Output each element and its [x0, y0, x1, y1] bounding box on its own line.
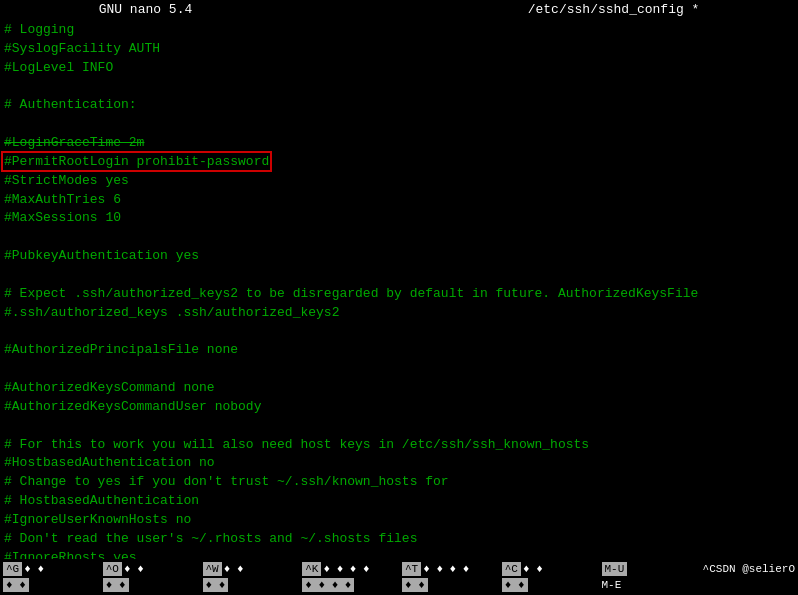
line-5: # Authentication: [4, 96, 794, 115]
line-13: #PubkeyAuthentication yes [4, 247, 794, 266]
label-k: ♦ ♦ ♦ ♦ [323, 563, 369, 575]
line-4 [4, 78, 794, 97]
label-me-right: ^CSDN @selierO [703, 563, 795, 575]
key2-5: ♦ ♦ [402, 578, 428, 592]
line-3: #LogLevel INFO [4, 59, 794, 78]
line-27: #IgnoreUserKnownHosts no [4, 511, 794, 530]
line-19 [4, 360, 794, 379]
line-10: #MaxAuthTries 6 [4, 191, 794, 210]
line-1: # Logging [4, 21, 794, 40]
label2-me: M-E [602, 579, 622, 591]
line-9: #StrictModes yes [4, 172, 794, 191]
key-o: ^O [103, 562, 122, 576]
shortcut2-5: ♦ ♦ [399, 577, 499, 593]
terminal: GNU nano 5.4 /etc/ssh/sshd_config * # Lo… [0, 0, 798, 595]
line-22 [4, 417, 794, 436]
key-c: ^C [502, 562, 521, 576]
key2-3: ♦ ♦ [203, 578, 229, 592]
label-w: ♦ ♦ [224, 563, 244, 575]
label-g: ♦ ♦ [24, 563, 44, 575]
line-7-strikethrough: #LoginGraceTime 2m [4, 134, 794, 153]
shortcut2-1: ♦ ♦ [0, 577, 100, 593]
key2-4: ♦ ♦ ♦ ♦ [302, 578, 354, 592]
line-21: #AuthorizedKeysCommandUser nobody [4, 398, 794, 417]
line-20: #AuthorizedKeysCommand none [4, 379, 794, 398]
shortcut2-8 [698, 577, 798, 593]
line-15: # Expect .ssh/authorized_keys2 to be dis… [4, 285, 794, 304]
shortcut2-7: M-E [599, 577, 699, 593]
shortcut2-6: ♦ ♦ [499, 577, 599, 593]
line-12 [4, 228, 794, 247]
shortcut-c: ^C ♦ ♦ [499, 561, 599, 577]
key-w: ^W [203, 562, 222, 576]
label-c: ♦ ♦ [523, 563, 543, 575]
shortcut-bar-1: ^G ♦ ♦ ^O ♦ ♦ ^W ♦ ♦ ^K ♦ ♦ ♦ ♦ ^T ♦ ♦ ♦… [0, 559, 798, 577]
shortcut-mu: M-U [599, 561, 699, 577]
key2-6: ♦ ♦ [502, 578, 528, 592]
line-23: # For this to work you will also need ho… [4, 436, 794, 455]
key-k: ^K [302, 562, 321, 576]
app-name: GNU nano 5.4 [99, 2, 193, 17]
shortcut-t: ^T ♦ ♦ ♦ ♦ [399, 561, 499, 577]
shortcut-o: ^O ♦ ♦ [100, 561, 200, 577]
shortcut2-4: ♦ ♦ ♦ ♦ [299, 577, 399, 593]
shortcut-k: ^K ♦ ♦ ♦ ♦ [299, 561, 399, 577]
title-bar: GNU nano 5.4 /etc/ssh/sshd_config * [0, 0, 798, 19]
line-17 [4, 323, 794, 342]
shortcut-me: ^CSDN @selierO [698, 561, 798, 577]
line-25: # Change to yes if you don't trust ~/.ss… [4, 473, 794, 492]
shortcut-g: ^G ♦ ♦ [0, 561, 100, 577]
label-t: ♦ ♦ ♦ ♦ [423, 563, 469, 575]
line-8-highlighted: #PermitRootLogin prohibit-password [4, 153, 794, 172]
line-6 [4, 115, 794, 134]
content-area: # Logging #SyslogFacility AUTH #LogLevel… [0, 19, 798, 559]
line-18: #AuthorizedPrincipalsFile none [4, 341, 794, 360]
shortcut-w: ^W ♦ ♦ [200, 561, 300, 577]
file-path: /etc/ssh/sshd_config * [528, 2, 700, 17]
key-mu: M-U [602, 562, 628, 576]
line-2: #SyslogFacility AUTH [4, 40, 794, 59]
label-o: ♦ ♦ [124, 563, 144, 575]
line-16: #.ssh/authorized_keys .ssh/authorized_ke… [4, 304, 794, 323]
line-26: # HostbasedAuthentication [4, 492, 794, 511]
line-28: # Don't read the user's ~/.rhosts and ~/… [4, 530, 794, 549]
key2-2: ♦ ♦ [103, 578, 129, 592]
shortcut-bar-2: ♦ ♦ ♦ ♦ ♦ ♦ ♦ ♦ ♦ ♦ ♦ ♦ ♦ ♦ M-E [0, 577, 798, 595]
key2-1: ♦ ♦ [3, 578, 29, 592]
line-24: #HostbasedAuthentication no [4, 454, 794, 473]
key-g: ^G [3, 562, 22, 576]
highlight-box: #PermitRootLogin prohibit-password [4, 154, 269, 169]
line-14 [4, 266, 794, 285]
shortcut2-2: ♦ ♦ [100, 577, 200, 593]
key-t: ^T [402, 562, 421, 576]
shortcut2-3: ♦ ♦ [200, 577, 300, 593]
line-11: #MaxSessions 10 [4, 209, 794, 228]
line-29: #IgnoreRhosts yes [4, 549, 794, 559]
